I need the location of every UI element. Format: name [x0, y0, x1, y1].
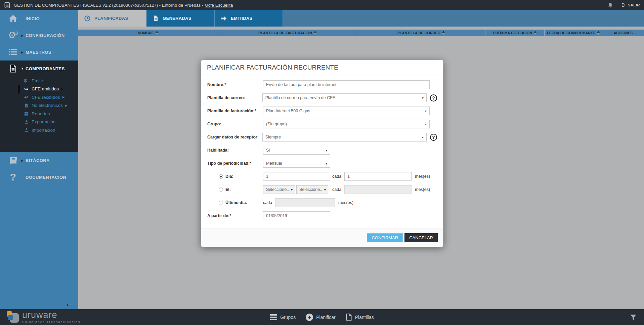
sidebar-item-maestros[interactable]: ▶ MAESTROS — [0, 44, 78, 60]
habilitada-select[interactable]: Si ▾ — [263, 146, 330, 155]
sort-icon[interactable] — [156, 31, 158, 35]
sidebar-subitem-label: No electrónicos — [32, 103, 63, 108]
plantillas-button[interactable]: Plantillas — [346, 313, 374, 321]
cada-label: cada — [332, 174, 342, 179]
caret-right-icon: ▶ — [21, 34, 26, 37]
sidebar-item-comprobantes[interactable]: ▼ COMPROBANTES — [0, 63, 78, 75]
field-label-a-partir: A partir de:* — [207, 213, 263, 218]
table-header: NOMBRE PLANTILLA DE FACTURACIÓN PLANTILL… — [78, 30, 644, 36]
logout-button[interactable]: SALIR — [621, 3, 640, 7]
file-icon — [24, 103, 32, 108]
logout-icon — [621, 3, 626, 7]
field-label-el: El: — [225, 187, 263, 192]
el-ordinal-select[interactable]: Seleccione.. ▾ — [263, 185, 295, 194]
file-icon — [346, 313, 352, 321]
modal-title: PLANIFICAR FACTURACIÓN RECURRENTE — [201, 60, 443, 75]
ultimo-dia-cada-meses-input[interactable] — [275, 198, 335, 207]
sidebar-item-configuracion[interactable]: ⚙⚙ ▶ CONFIGURACIÓN — [0, 27, 78, 44]
tab-planificadas[interactable]: PLANIFICADAS — [78, 10, 146, 27]
document-icon — [5, 64, 21, 73]
menu-icon — [270, 314, 277, 320]
field-label-nombre: Nombre:* — [207, 82, 263, 87]
question-icon: ? — [5, 171, 21, 183]
sort-icon[interactable] — [534, 31, 536, 35]
sidebar-item-no-electronicos[interactable]: No electrónicos ▶ — [0, 101, 78, 110]
collapse-sidebar-arrow[interactable]: ← — [65, 299, 74, 308]
sidebar-item-documentacion[interactable]: ? DOCUMENTACIÓN — [0, 169, 78, 186]
planificar-button[interactable]: + Planificar — [306, 313, 336, 321]
column-label: PLANTILLA DE CORREO — [397, 31, 440, 35]
plantilla-correo-select[interactable]: Plantilla de correo para envío de CFE ▾ — [262, 93, 427, 102]
sidebar-item-label: DOCUMENTACIÓN — [26, 175, 66, 180]
column-header-proxima-ejecucion[interactable]: PRÓXIMA EJECUCIÓN — [485, 30, 544, 36]
selected-value: Plantilla de correo para envío de CFE — [265, 95, 335, 100]
chevron-down-icon: ▾ — [291, 188, 293, 192]
comprobantes-section: ▼ COMPROBANTES $ Emitir ↪ CFE emitidos ▶… — [0, 60, 78, 152]
sort-icon[interactable] — [314, 31, 316, 35]
confirmar-button[interactable]: CONFIRMAR — [367, 233, 403, 242]
chevron-down-icon: ▾ — [422, 96, 424, 100]
sidebar-item-importacion[interactable]: Importación — [0, 126, 78, 134]
dia-radio[interactable] — [219, 174, 223, 179]
sidebar-item-inicio[interactable]: INICIO — [0, 10, 78, 27]
a-partir-de-input[interactable] — [263, 211, 330, 220]
el-weekday-select[interactable]: Seleccione.. ▾ — [296, 185, 328, 194]
tab-label: GENERADAS — [163, 16, 191, 21]
selected-value: Si — [266, 148, 270, 153]
tabstrip: PLANIFICADAS GENERADAS EMITIDAS — [78, 10, 644, 27]
column-label: PRÓXIMA EJECUCIÓN — [493, 31, 532, 35]
column-header-nombre[interactable]: NOMBRE — [78, 30, 218, 36]
meses-label: mes(es) — [338, 200, 353, 205]
sidebar-item-emitir[interactable]: $ Emitir — [0, 77, 78, 85]
tab-generadas[interactable]: GENERADAS — [146, 10, 215, 27]
modal-planificar-facturacion: PLANIFICAR FACTURACIÓN RECURRENTE Nombre… — [201, 60, 443, 247]
dia-cada-meses-input[interactable] — [344, 172, 412, 181]
cancelar-button[interactable]: CANCELAR — [404, 233, 438, 242]
help-icon[interactable]: ? — [430, 94, 437, 101]
nombre-input[interactable] — [263, 80, 430, 89]
selected-value: Mensual — [266, 161, 282, 166]
account-link[interactable]: Ucfe Escuelita — [205, 3, 233, 8]
column-header-fecha-comprobante[interactable]: FECHA DE COMPROBANTE — [544, 30, 602, 36]
topbar: GESTIÓN DE COMPROBANTES FISCALES v2.2 (2… — [0, 0, 644, 10]
dollar-icon: $ — [24, 78, 32, 83]
el-radio[interactable] — [219, 188, 223, 192]
selected-value: (Sin grupo) — [266, 122, 287, 126]
cada-label: cada — [263, 200, 273, 205]
sidebar-item-reportes[interactable]: ▦ Reportes — [0, 110, 78, 118]
tab-emitidas[interactable]: EMITIDAS — [215, 10, 283, 27]
meses-label: mes(es) — [415, 174, 430, 179]
book-icon — [5, 156, 21, 165]
footer-actions: Grupos + Planificar Plantillas — [0, 313, 644, 321]
dia-input[interactable] — [263, 172, 330, 181]
tab-label: PLANIFICADAS — [94, 16, 128, 21]
selected-value: Seleccione.. — [266, 187, 289, 192]
column-header-plantilla-facturacion[interactable]: PLANTILLA DE FACTURACIÓN — [218, 30, 357, 36]
selected-value: Seleccione.. — [299, 187, 322, 192]
sidebar-item-label: MAESTROS — [26, 50, 51, 55]
grupos-button[interactable]: Grupos — [270, 313, 296, 321]
sidebar-item-bitacora[interactable]: ▶ BITÁCORA — [0, 152, 78, 169]
gears-icon: ⚙⚙ — [5, 31, 21, 40]
selected-value: Plan Internet 500 Gigas — [266, 109, 310, 113]
grupo-select[interactable]: (Sin grupo) ▾ — [263, 120, 430, 128]
field-label-ultimo-dia: Último día: — [225, 200, 263, 205]
sort-icon[interactable] — [597, 31, 600, 35]
plantilla-facturacion-select[interactable]: Plan Internet 500 Gigas ▾ — [263, 107, 430, 115]
column-header-plantilla-correo[interactable]: PLANTILLA DE CORREO — [357, 30, 485, 36]
notifications-bell-icon[interactable] — [607, 2, 613, 8]
sidebar-item-cfe-emitidos[interactable]: ↪ CFE emitidos ▶ — [0, 85, 78, 93]
tipo-periodicidad-select[interactable]: Mensual ▾ — [263, 159, 330, 168]
caret-right-icon: ▶ — [21, 159, 26, 162]
sidebar-item-cfe-recibidos[interactable]: ↩ CFE recibidos ▶ — [0, 93, 78, 101]
sidebar-item-label: INICIO — [26, 16, 40, 21]
meses-label: mes(es) — [415, 187, 430, 192]
help-icon[interactable]: ? — [430, 134, 437, 141]
chevron-down-icon: ▾ — [422, 135, 424, 139]
cargar-datos-select[interactable]: Siempre ▾ — [262, 133, 427, 141]
sort-icon[interactable] — [442, 31, 445, 35]
sidebar-item-label: CONFIGURACIÓN — [26, 33, 65, 38]
sidebar-item-exportacion[interactable]: Exportación — [0, 118, 78, 126]
ultimo-dia-radio[interactable] — [219, 201, 223, 205]
el-cada-meses-input[interactable] — [344, 185, 412, 194]
